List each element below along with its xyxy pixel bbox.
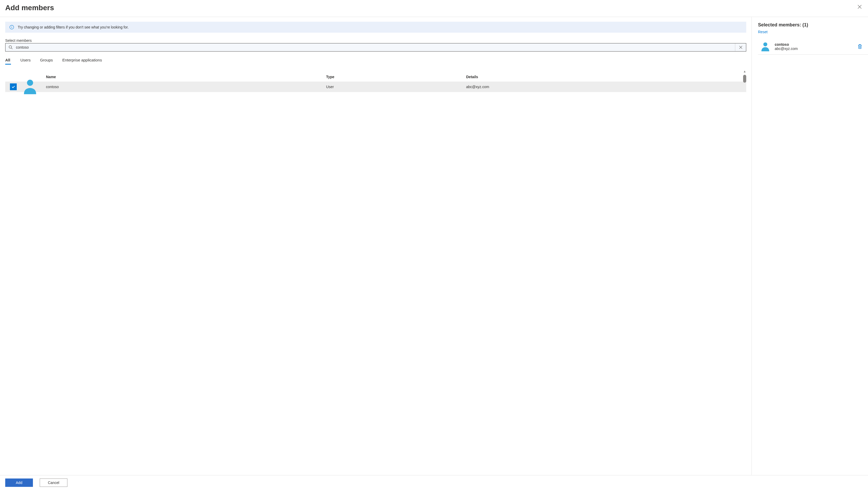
- svg-point-2: [11, 26, 12, 27]
- right-pane: Selected members: (1) Reset contoso abc@…: [752, 17, 868, 475]
- x-icon: [739, 46, 743, 49]
- svg-point-6: [764, 42, 767, 46]
- selected-member-item: contoso abc@xyz.com: [758, 39, 868, 55]
- close-icon: [857, 4, 862, 9]
- clear-search-button[interactable]: [735, 44, 746, 51]
- search-box[interactable]: [5, 43, 746, 52]
- close-button[interactable]: [857, 4, 863, 10]
- tab-enterprise-applications[interactable]: Enterprise applications: [62, 58, 102, 67]
- row-details: abc@xyz.com: [466, 85, 746, 89]
- row-type: User: [326, 85, 466, 89]
- selected-name: contoso: [775, 42, 857, 47]
- table-header: Name Type Details: [5, 69, 746, 82]
- remove-selected-button[interactable]: [857, 44, 863, 50]
- search-label: Select members: [5, 38, 746, 42]
- info-icon: [9, 25, 14, 30]
- add-button[interactable]: Add: [5, 479, 33, 487]
- modal-header: Add members: [0, 0, 868, 17]
- search-input[interactable]: [16, 45, 735, 50]
- left-pane: Try changing or adding filters if you do…: [0, 17, 752, 475]
- row-checkbox[interactable]: [10, 83, 17, 90]
- filter-tabs: All Users Groups Enterprise applications: [5, 58, 746, 67]
- search-icon: [5, 45, 16, 50]
- scrollbar-thumb[interactable]: [743, 75, 746, 83]
- col-name: Name: [39, 75, 326, 79]
- tab-groups[interactable]: Groups: [40, 58, 53, 67]
- user-icon: [21, 92, 39, 96]
- page-title: Add members: [5, 4, 54, 12]
- check-icon: [11, 85, 16, 89]
- svg-point-5: [27, 80, 33, 86]
- reset-link[interactable]: Reset: [758, 30, 768, 34]
- trash-icon: [857, 44, 863, 50]
- result-row[interactable]: contoso User abc@xyz.com: [5, 82, 746, 92]
- cancel-button[interactable]: Cancel: [40, 479, 67, 487]
- selected-email: abc@xyz.com: [775, 47, 857, 51]
- row-name: contoso: [39, 85, 326, 89]
- svg-point-3: [9, 46, 12, 48]
- svg-line-4: [11, 48, 12, 49]
- col-type: Type: [326, 75, 466, 79]
- selected-members-title: Selected members: (1): [758, 22, 868, 28]
- tab-all[interactable]: All: [5, 58, 11, 67]
- info-text: Try changing or adding filters if you do…: [18, 25, 129, 29]
- scroll-up-arrow[interactable]: ▲: [743, 69, 746, 73]
- user-icon: [760, 41, 771, 52]
- info-bar: Try changing or adding filters if you do…: [5, 22, 746, 33]
- col-details: Details: [466, 75, 746, 79]
- results-list: ▲ Name Type Details: [5, 69, 746, 475]
- tab-users[interactable]: Users: [20, 58, 31, 67]
- footer: Add Cancel: [0, 475, 868, 490]
